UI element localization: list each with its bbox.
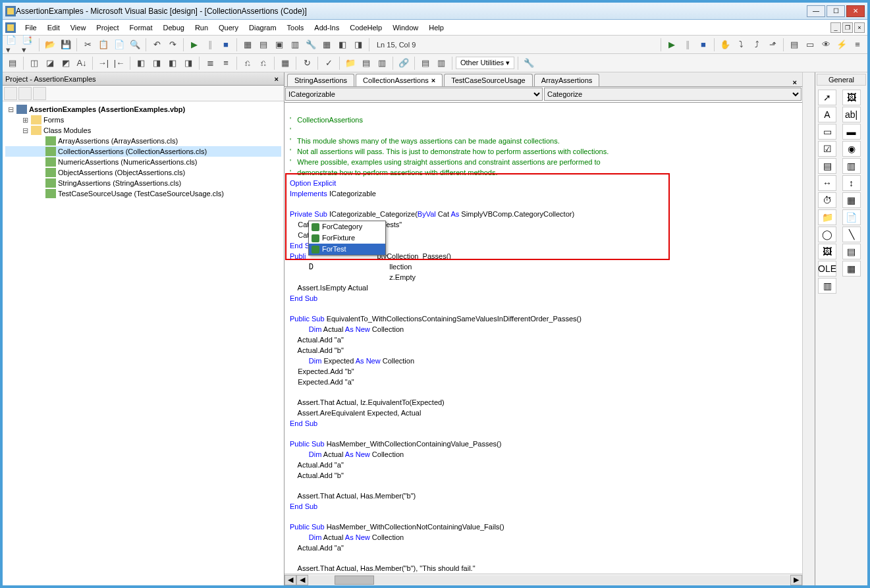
tree-class-item[interactable]: StringAssertions (StringAssertions.cls) <box>5 178 281 188</box>
vss-button[interactable]: ◨ <box>351 38 366 52</box>
list-properties-button[interactable]: ▤ <box>5 56 20 70</box>
toggle-folders-button[interactable] <box>33 87 46 100</box>
label-tool[interactable]: A <box>818 107 836 122</box>
data-view-button[interactable]: ▦ <box>319 38 334 52</box>
uncomment-block-button[interactable]: ⎌ <box>256 56 271 70</box>
tree-forms-folder[interactable]: ⊞ Forms <box>5 115 281 125</box>
timer-tool[interactable]: ⏱ <box>818 192 836 208</box>
shape-tool[interactable]: ◯ <box>818 227 836 242</box>
call-stack-button[interactable]: ≡ <box>850 38 865 52</box>
project-explorer-button[interactable]: ▦ <box>240 38 255 52</box>
tabs-close-button[interactable]: × <box>790 78 800 86</box>
menu-window[interactable]: Window <box>387 22 423 33</box>
unlist-button[interactable]: ≡ <box>219 56 233 70</box>
line-tool[interactable]: ╲ <box>842 227 861 242</box>
dbg-break-button[interactable]: ‖ <box>680 38 695 52</box>
ole-tool[interactable]: OLE <box>818 261 836 277</box>
dbg-start-button[interactable]: ▶ <box>665 38 679 52</box>
picturebox-tool[interactable]: 🖼 <box>842 90 861 105</box>
menu-view[interactable]: View <box>65 22 92 33</box>
dbg-end-button[interactable]: ■ <box>696 38 711 52</box>
tree-class-item[interactable]: NumericAssertions (NumericAssertions.cls… <box>5 157 281 167</box>
tree-class-item[interactable]: ObjectAssertions (ObjectAssertions.cls) <box>5 167 281 178</box>
list-button[interactable]: ≣ <box>203 56 217 70</box>
cut-button[interactable]: ✂ <box>80 38 95 52</box>
menu-edit[interactable]: Edit <box>42 22 65 33</box>
link-button[interactable]: 🔗 <box>396 56 411 70</box>
copy-button[interactable]: 📋 <box>96 38 111 52</box>
doc2-button[interactable]: ▥ <box>375 56 389 70</box>
procedure-combo[interactable]: Categorize <box>544 88 802 101</box>
project-panel-close-button[interactable]: × <box>272 75 281 83</box>
mdi-restore-button[interactable]: ❐ <box>842 22 853 33</box>
editor-tab[interactable]: TestCaseSourceUsage <box>444 74 533 86</box>
folder-button[interactable]: 📁 <box>343 56 358 70</box>
quick-info-button[interactable]: ◪ <box>43 56 57 70</box>
checkbox-tool[interactable]: ☑ <box>818 141 836 157</box>
tree1-button[interactable]: ▤ <box>418 56 433 70</box>
proc-button[interactable]: ▦ <box>278 56 292 70</box>
parameter-info-button[interactable]: ◩ <box>59 56 73 70</box>
outdent-button[interactable]: |← <box>112 56 126 70</box>
image-tool[interactable]: 🖼 <box>818 244 836 259</box>
menu-format[interactable]: Format <box>124 22 158 33</box>
tree2-button[interactable]: ▥ <box>434 56 449 70</box>
mdi-close-button[interactable]: × <box>854 22 865 33</box>
step-into-button[interactable]: ⤵ <box>734 38 748 52</box>
menu-codehelp[interactable]: CodeHelp <box>344 22 387 33</box>
tree-project-root[interactable]: ⊟ AssertionExamples (AssertionExamples.v… <box>5 104 281 115</box>
step-out-button[interactable]: ⬏ <box>765 38 780 52</box>
check-button[interactable]: ✓ <box>321 56 336 70</box>
hscroll-right-btn[interactable]: ▶ <box>790 575 802 585</box>
redo-button[interactable]: ↷ <box>165 38 180 52</box>
toolbox-button[interactable]: 🔧 <box>304 38 318 52</box>
paste-button[interactable]: 📄 <box>112 38 126 52</box>
find-button[interactable]: 🔍 <box>128 38 142 52</box>
close-button[interactable]: ✕ <box>846 5 865 17</box>
bookmark-button[interactable]: ◧ <box>134 56 148 70</box>
step-over-button[interactable]: ⤴ <box>749 38 764 52</box>
editor-tab[interactable]: CollectionAssertions× <box>356 74 443 86</box>
locals-button[interactable]: ▤ <box>787 38 802 52</box>
autocomplete-item[interactable]: ForCategory <box>309 221 385 232</box>
other-utilities-dropdown[interactable]: Other Utilities ▾ <box>456 57 514 69</box>
add-item-button[interactable]: 📑▾ <box>21 38 36 52</box>
hscroll-left-btn2[interactable]: ◀ <box>296 575 308 585</box>
vertical-scrollbar[interactable] <box>803 72 815 585</box>
tools-button[interactable]: 🔧 <box>522 56 536 70</box>
commandbutton-tool[interactable]: ▬ <box>842 124 861 140</box>
properties-button[interactable]: ▤ <box>256 38 271 52</box>
view-code-button[interactable] <box>4 87 17 100</box>
menu-project[interactable]: Project <box>91 22 124 33</box>
component-button[interactable]: ◧ <box>335 38 350 52</box>
watch-button[interactable]: 👁 <box>819 38 833 52</box>
tree-class-item[interactable]: ArrayAssertions (ArrayAssertions.cls) <box>5 136 281 146</box>
hscroll-thumb[interactable] <box>335 575 374 585</box>
menu-addins[interactable]: Add-Ins <box>309 22 344 33</box>
next-bookmark-button[interactable]: ◨ <box>150 56 164 70</box>
menu-help[interactable]: Help <box>423 22 449 33</box>
optionbutton-tool[interactable]: ◉ <box>842 141 861 157</box>
menu-run[interactable]: Run <box>190 22 213 33</box>
open-button[interactable]: 📂 <box>43 38 57 52</box>
menu-file[interactable]: File <box>20 22 42 33</box>
object-browser-button[interactable]: ▥ <box>288 38 302 52</box>
pointer-tool[interactable]: ➚ <box>818 90 836 105</box>
breakpoint-button[interactable]: ✋ <box>718 38 732 52</box>
frame-tool[interactable]: ▭ <box>818 124 836 140</box>
form-layout-button[interactable]: ▣ <box>272 38 286 52</box>
filelistbox-tool[interactable]: 📄 <box>842 209 861 225</box>
custom2-tool[interactable]: ▥ <box>818 278 836 294</box>
tree-class-item[interactable]: TestCaseSourceUsage (TestCaseSourceUsage… <box>5 188 281 199</box>
listbox-tool[interactable]: ▥ <box>842 158 861 174</box>
complete-word-button[interactable]: A↓ <box>74 56 89 70</box>
menu-tools[interactable]: Tools <box>282 22 310 33</box>
comment-block-button[interactable]: ⎌ <box>240 56 255 70</box>
textbox-tool[interactable]: ab| <box>842 107 861 122</box>
toolbox-header[interactable]: General <box>817 74 866 86</box>
maximize-button[interactable]: ☐ <box>827 5 845 17</box>
editor-tab[interactable]: ArrayAssertions <box>534 74 600 86</box>
undo-button[interactable]: ↶ <box>150 38 164 52</box>
view-object-button[interactable] <box>18 87 32 100</box>
dirlistbox-tool[interactable]: 📁 <box>818 209 836 225</box>
